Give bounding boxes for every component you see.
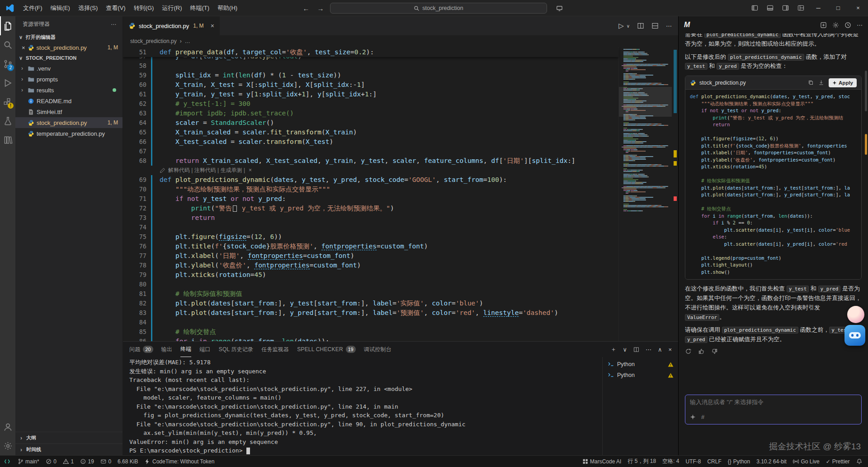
- menu-item[interactable]: 文件(F): [19, 2, 47, 14]
- panel-tab-SQL 历史记录[interactable]: SQL 历史记录: [219, 342, 254, 357]
- activity-search[interactable]: [0, 35, 15, 54]
- breadcrumb[interactable]: stock_prediction.py › …: [123, 35, 678, 47]
- panel-tab-SPELL CHECKER[interactable]: SPELL CHECKER19: [297, 342, 356, 357]
- file-item-stock-prediction-py[interactable]: stock_prediction.py1, M: [15, 117, 123, 128]
- status-go-live[interactable]: Go Live: [790, 456, 823, 467]
- status-python-interpreter[interactable]: 3.10.2 64-bit: [753, 456, 790, 467]
- status-notifications[interactable]: [853, 456, 866, 467]
- terminal-picker-icon[interactable]: ∨: [623, 346, 627, 353]
- activity-source-control[interactable]: 2: [0, 54, 15, 73]
- status-codetime[interactable]: CodeTime: Without Token: [141, 456, 217, 467]
- minimap[interactable]: [618, 47, 678, 341]
- panel-tab-调试控制台[interactable]: 调试控制台: [364, 342, 392, 357]
- status-spell-issues[interactable]: 19: [77, 456, 97, 467]
- activity-extensions[interactable]: !: [0, 92, 15, 111]
- section-大纲[interactable]: ›大纲: [15, 432, 123, 443]
- menu-item[interactable]: 帮助(H): [213, 2, 241, 14]
- navigate-forward-icon[interactable]: →: [316, 5, 326, 12]
- status-language-mode[interactable]: {}Python: [725, 456, 753, 467]
- menu-item[interactable]: 转到(G): [130, 2, 158, 14]
- panel-tab-输出[interactable]: 输出: [161, 342, 172, 357]
- file-item-readme-md[interactable]: README.md: [15, 95, 123, 106]
- panel-tab-端口[interactable]: 端口: [199, 342, 210, 357]
- maximize-panel-icon[interactable]: ∧: [658, 346, 662, 353]
- terminal-output[interactable]: 平均绝对误差(MAE): 5.9178发生错误: min() arg is an…: [123, 357, 602, 455]
- activity-settings[interactable]: [0, 436, 15, 455]
- open-editor-item[interactable]: ×stock_prediction.py1, M: [15, 42, 123, 53]
- command-center-search[interactable]: stock_prediction: [330, 3, 547, 14]
- toggle-sidebar-icon[interactable]: [747, 0, 762, 16]
- panel-more-icon[interactable]: ⋯: [646, 346, 651, 353]
- editor-layout-icon[interactable]: [651, 22, 659, 29]
- thumbup-icon[interactable]: [698, 348, 705, 355]
- menu-item[interactable]: 编辑(E): [47, 2, 74, 14]
- panel-tab-终端[interactable]: 终端: [180, 342, 191, 357]
- activity-library[interactable]: [0, 130, 15, 149]
- terminal-instance[interactable]: Python: [603, 370, 678, 381]
- minimap-slider[interactable]: [619, 87, 672, 117]
- maximize-button[interactable]: □: [828, 0, 848, 16]
- code-editor[interactable]: 57 y = df[target_col].astype(float)5859 …: [123, 47, 678, 341]
- run-python-file-icon[interactable]: ▷: [618, 22, 624, 30]
- new-terminal-icon[interactable]: ＋: [610, 345, 616, 353]
- ai-settings-icon[interactable]: [832, 22, 839, 29]
- menu-item[interactable]: 选择(S): [74, 2, 102, 14]
- activity-testing[interactable]: [0, 111, 15, 130]
- customize-layout-icon[interactable]: [793, 0, 808, 16]
- close-panel-icon[interactable]: ×: [668, 346, 672, 353]
- status-cursor-position[interactable]: 行 5，列 18: [624, 456, 659, 467]
- status-prettier[interactable]: ✓Prettier: [823, 456, 853, 467]
- inline-ai-actions-label[interactable]: 解释代码 | 注释代码 | 生成单测 |: [168, 166, 245, 175]
- tab-close-icon[interactable]: ×: [211, 22, 214, 29]
- minimize-button[interactable]: ─: [808, 0, 828, 16]
- file-item-simhei-ttf[interactable]: SimHei.ttf: [15, 106, 123, 117]
- split-editor-icon[interactable]: [637, 22, 644, 29]
- assistant-avatar[interactable]: [847, 306, 864, 323]
- menu-item[interactable]: 运行(R): [158, 2, 186, 14]
- terminal-instance[interactable]: Python: [603, 359, 678, 370]
- activity-explorer[interactable]: [0, 16, 15, 35]
- ai-robot-button[interactable]: [844, 325, 865, 346]
- panel-tab-任务监视器[interactable]: 任务监视器: [261, 342, 289, 357]
- navigate-back-icon[interactable]: ←: [301, 5, 311, 12]
- section-时间线[interactable]: ›时间线: [15, 443, 123, 455]
- close-icon[interactable]: ×: [249, 166, 252, 175]
- run-dropdown-icon[interactable]: ∨: [627, 24, 630, 29]
- menu-item[interactable]: 终端(T): [186, 2, 213, 14]
- sidebar-more-icon[interactable]: ⋯: [111, 21, 116, 28]
- toggle-panel-icon[interactable]: [762, 0, 778, 16]
- breadcrumb-file[interactable]: stock_prediction.py: [130, 38, 177, 44]
- file-item-temperature-prediction-py[interactable]: temperature_prediction.py: [15, 128, 123, 139]
- toggle-secondary-sidebar-icon[interactable]: [778, 0, 793, 16]
- status-problems-warnings[interactable]: 1: [60, 456, 77, 467]
- file-item-prompts[interactable]: ›prompts: [15, 74, 123, 85]
- remote-window-icon[interactable]: [552, 0, 567, 16]
- tab-stock-prediction[interactable]: stock_prediction.py 1, M ×: [123, 16, 220, 35]
- panel-tab-问题[interactable]: 问题20: [129, 342, 153, 357]
- status-feedback[interactable]: 0: [97, 456, 114, 467]
- file-item--venv[interactable]: ›.venv: [15, 63, 123, 74]
- thumbdown-icon[interactable]: [711, 348, 718, 355]
- workspace-root-header[interactable]: ∨ STOCK_PREDICTION: [15, 53, 123, 63]
- refresh-icon[interactable]: [685, 348, 692, 355]
- menu-item[interactable]: 查看(V): [102, 2, 129, 14]
- ai-more-icon[interactable]: ⋯: [857, 22, 863, 29]
- file-item-results[interactable]: ›results: [15, 85, 123, 95]
- status-git-branch[interactable]: main*: [14, 456, 42, 467]
- ai-context-icon[interactable]: #: [701, 414, 704, 420]
- ai-message-input[interactable]: [690, 399, 857, 405]
- status-file-size[interactable]: 6.68 KiB: [114, 456, 141, 467]
- new-chat-icon[interactable]: [820, 22, 827, 29]
- status-problems-errors[interactable]: 0: [42, 456, 60, 467]
- apply-button[interactable]: Apply: [829, 78, 857, 87]
- open-editors-header[interactable]: ∨ 打开的编辑器: [15, 32, 123, 42]
- ai-skills-icon[interactable]: [690, 414, 696, 420]
- status-remote[interactable]: [0, 456, 14, 467]
- split-terminal-icon[interactable]: [633, 347, 639, 353]
- inline-ai-actions[interactable]: 解释代码 | 注释代码 | 生成单测 |×: [123, 166, 618, 175]
- ai-scrollbar[interactable]: [865, 71, 867, 111]
- ai-input-box[interactable]: #: [685, 395, 862, 424]
- activity-account[interactable]: [0, 417, 15, 436]
- ai-history-icon[interactable]: [844, 22, 851, 29]
- status-encoding[interactable]: UTF-8: [682, 456, 704, 467]
